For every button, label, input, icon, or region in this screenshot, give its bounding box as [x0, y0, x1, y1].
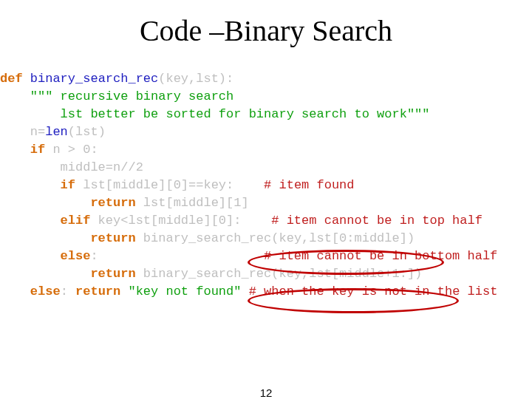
code-seg [241, 284, 248, 299]
code-seg: : [61, 284, 75, 299]
builtin-len: len [45, 125, 68, 139]
code-seg: n > 0 [45, 143, 90, 157]
code-seg [120, 284, 128, 299]
code-block: def binary_search_rec(key,lst): """ recu… [0, 70, 532, 301]
kw-return: return [0, 196, 136, 210]
kw-return: return [0, 267, 136, 281]
kw-return: return [0, 231, 136, 245]
comment: # item cannot be in bottom half [264, 249, 497, 263]
code-seg: (lst) [68, 125, 106, 139]
kw-def: def [0, 72, 23, 86]
slide-title: Code –Binary Search [0, 13, 532, 48]
code-seg: key<lst[middle][0]: [90, 214, 271, 228]
fn-name: binary_search_rec [23, 72, 159, 86]
code-seg: n= [0, 125, 45, 139]
string-lit: "key not found" [128, 284, 241, 299]
code-seg: middle=n//2 [0, 160, 143, 174]
code-seg: : [90, 249, 264, 263]
kw-if: if [0, 178, 75, 192]
slide: Code –Binary Search def binary_search_re… [0, 13, 532, 399]
code-seg: lst[middle][1] [136, 196, 249, 210]
comment: # item found [264, 178, 354, 192]
docstring-l1: """ recursive binary search [0, 89, 233, 103]
kw-else: else [0, 284, 61, 299]
code-seg: (key,lst): [158, 72, 233, 86]
comment: # item cannot be in top half [271, 214, 482, 228]
docstring-l2: lst better be sorted for binary search t… [0, 107, 430, 121]
kw-if: if [0, 143, 45, 157]
comment: # when the key is not in the list [249, 284, 498, 299]
page-number: 12 [0, 386, 532, 399]
code-seg: binary_search_rec(key,lst[middle+1:]) [136, 267, 423, 281]
code-seg: : [90, 143, 98, 157]
kw-elif: elif [0, 214, 90, 228]
kw-else: else [0, 249, 90, 263]
code-seg: binary_search_rec(key,lst[0:middle]) [136, 231, 415, 245]
code-seg: lst[middle][0]==key: [75, 178, 264, 192]
kw-return: return [75, 284, 120, 299]
